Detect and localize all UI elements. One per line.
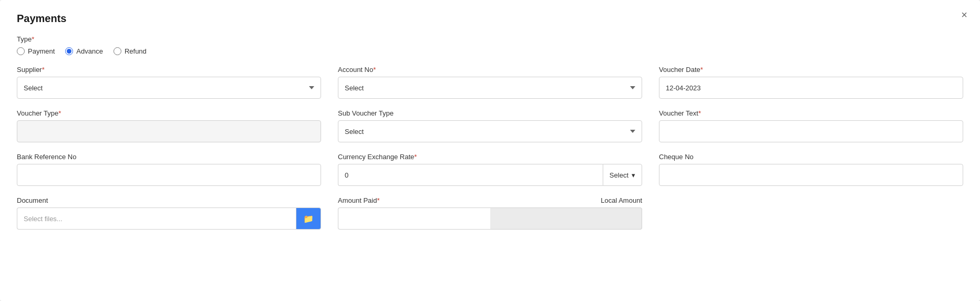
folder-icon: 📁 [303,214,314,224]
document-group: Document Select files... 📁 [17,196,321,230]
payments-modal: Payments × Type* Payment Advance Refund [0,0,980,301]
sub-voucher-type-label: Sub Voucher Type [338,109,642,117]
radio-refund[interactable]: Refund [114,47,147,55]
amount-paid-label-row: Amount Paid* Local Amount [338,196,642,204]
account-no-group: Account No* Select [338,66,642,99]
currency-exchange-group: Currency Exchange Rate* Select ▾ [338,153,642,186]
supplier-select[interactable]: Select [17,77,321,99]
voucher-type-group: Voucher Type* [17,109,321,142]
modal-title: Payments [17,13,963,25]
sub-voucher-type-group: Sub Voucher Type Select [338,109,642,142]
account-no-select[interactable]: Select [338,77,642,99]
local-amount-input [490,207,643,230]
radio-advance[interactable]: Advance [65,47,103,55]
bank-reference-group: Bank Reference No [17,153,321,186]
sub-voucher-type-select[interactable]: Select [338,120,642,142]
cheque-no-group: Cheque No [659,153,963,186]
form-grid: Supplier* Select Account No* Select Vouc… [17,66,963,230]
voucher-text-input[interactable] [659,120,963,142]
currency-exchange-label: Currency Exchange Rate* [338,153,642,161]
document-label: Document [17,196,321,204]
supplier-group: Supplier* Select [17,66,321,99]
currency-select-label: Select [610,171,628,179]
amount-row [338,207,642,230]
voucher-text-group: Voucher Text* [659,109,963,142]
close-button[interactable]: × [961,9,967,20]
file-browse-button[interactable]: 📁 [296,207,321,230]
account-no-label: Account No* [338,66,642,74]
voucher-date-group: Voucher Date* [659,66,963,99]
document-row: Select files... 📁 [17,207,321,230]
bank-reference-input[interactable] [17,164,321,186]
file-placeholder: Select files... [24,215,63,223]
currency-row: Select ▾ [338,164,642,186]
amount-paid-label: Amount Paid* [338,196,380,204]
radio-payment-label: Payment [28,47,55,55]
voucher-type-input[interactable] [17,120,321,142]
type-label: Type* [17,35,963,43]
currency-exchange-input[interactable] [338,164,603,186]
local-amount-label: Local Amount [601,196,642,204]
file-input-display: Select files... [17,207,296,230]
supplier-label: Supplier* [17,66,321,74]
type-section: Type* Payment Advance Refund [17,35,963,55]
voucher-date-input[interactable] [659,77,963,99]
cheque-no-input[interactable] [659,164,963,186]
currency-select-button[interactable]: Select ▾ [603,164,642,186]
amount-paid-input[interactable] [338,207,490,230]
bank-reference-label: Bank Reference No [17,153,321,161]
cheque-no-label: Cheque No [659,153,963,161]
voucher-type-label: Voucher Type* [17,109,321,117]
currency-dropdown-icon: ▾ [632,171,635,179]
radio-advance-label: Advance [76,47,103,55]
voucher-text-label: Voucher Text* [659,109,963,117]
amount-paid-group: Amount Paid* Local Amount [338,196,642,230]
voucher-date-label: Voucher Date* [659,66,963,74]
radio-payment[interactable]: Payment [17,47,55,55]
empty-cell [659,196,963,230]
radio-refund-label: Refund [125,47,147,55]
type-radio-group: Payment Advance Refund [17,47,963,55]
